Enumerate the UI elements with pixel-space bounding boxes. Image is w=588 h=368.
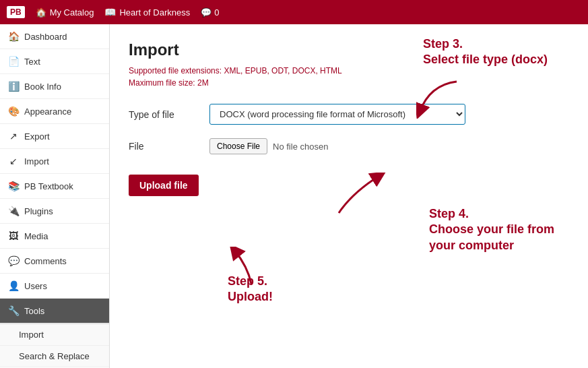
sidebar-label-text: Text	[24, 57, 40, 67]
submenu-item-import[interactable]: Import	[0, 324, 109, 346]
file-type-label: Type of file	[129, 109, 209, 120]
pb-logo[interactable]: PB	[7, 6, 25, 18]
step3-annotation: Step 3. Select file type (docx)	[423, 36, 548, 68]
sidebar-item-appearance[interactable]: 🎨 Appearance	[0, 99, 109, 124]
users-icon: 👤	[8, 280, 19, 291]
file-label: File	[129, 141, 209, 152]
main-content: Import Supported file extensions: XML, E…	[110, 24, 588, 368]
comment-count-link[interactable]: 💬 0	[201, 7, 219, 18]
book-icon: 📖	[104, 7, 116, 18]
upload-file-button[interactable]: Upload file	[129, 175, 199, 196]
sidebar-label-tools: Tools	[24, 306, 44, 316]
sidebar-item-dashboard[interactable]: 🏠 Dashboard	[0, 24, 109, 49]
sidebar-label-import: Import	[24, 156, 49, 166]
book-link[interactable]: 📖 Heart of Darkness	[104, 7, 190, 18]
submenu-item-search-replace[interactable]: Search & Replace	[0, 346, 109, 367]
comments-icon: 💬	[8, 255, 19, 266]
sidebar-item-users[interactable]: 👤 Users	[0, 274, 109, 299]
sidebar-label-plugins: Plugins	[24, 206, 53, 216]
step4-arrow	[332, 173, 386, 222]
sidebar-item-tools[interactable]: 🔧 Tools	[0, 299, 109, 324]
max-file-size: Maximum file size: 2M	[129, 78, 569, 88]
import-icon: ↙	[8, 156, 19, 166]
submenu-search-replace-label: Search & Replace	[19, 351, 90, 361]
file-row: File Choose File No file chosen	[129, 138, 569, 154]
step3-arrow	[416, 78, 463, 121]
sidebar-label-appearance: Appearance	[24, 106, 71, 117]
no-file-text: No file chosen	[273, 142, 328, 152]
export-icon: ↗	[8, 131, 19, 142]
sidebar-item-plugins[interactable]: 🔌 Plugins	[0, 199, 109, 224]
sidebar-item-book-info[interactable]: ℹ️ Book Info	[0, 74, 109, 99]
sidebar-item-text[interactable]: 📄 Text	[0, 49, 109, 74]
sidebar-label-comments: Comments	[24, 256, 67, 266]
my-catalog-link[interactable]: 🏠 My Catalog	[36, 7, 94, 18]
media-icon: 🖼	[8, 231, 19, 241]
dashboard-icon: 🏠	[8, 31, 19, 42]
book-title: Heart of Darkness	[119, 7, 190, 18]
appearance-icon: 🎨	[8, 106, 19, 117]
main-layout: 🏠 Dashboard 📄 Text ℹ️ Book Info 🎨 Appear…	[0, 24, 588, 368]
sidebar-item-media[interactable]: 🖼 Media	[0, 224, 109, 249]
sidebar: 🏠 Dashboard 📄 Text ℹ️ Book Info 🎨 Appear…	[0, 24, 110, 368]
tools-icon: 🔧	[8, 305, 19, 316]
sidebar-label-dashboard: Dashboard	[24, 32, 67, 42]
sidebar-item-export[interactable]: ↗ Export	[0, 124, 109, 149]
info-icon: ℹ️	[8, 81, 19, 92]
step5-annotation: Step 5. Upload!	[228, 274, 273, 305]
comment-icon: 💬	[201, 7, 211, 18]
submenu-import-label: Import	[19, 330, 44, 340]
top-bar: PB 🏠 My Catalog 📖 Heart of Darkness 💬 0	[0, 0, 588, 24]
catalog-icon: 🏠	[36, 7, 46, 18]
sidebar-label-book-info: Book Info	[24, 82, 61, 92]
pb-textbook-icon: 📚	[8, 181, 19, 191]
tools-submenu: Import Search & Replace	[0, 324, 109, 367]
choose-file-button[interactable]: Choose File	[209, 138, 267, 154]
catalog-label: My Catalog	[50, 7, 94, 18]
comment-count: 0	[214, 7, 219, 18]
file-chooser: Choose File No file chosen	[209, 138, 328, 154]
sidebar-item-import[interactable]: ↙ Import	[0, 149, 109, 174]
step4-annotation: Step 4. Choose your file from your compu…	[429, 206, 554, 253]
sidebar-label-media: Media	[24, 231, 48, 241]
sidebar-label-users: Users	[24, 281, 47, 291]
file-type-row: Type of file DOCX (word processing file …	[129, 104, 569, 125]
text-icon: 📄	[8, 56, 19, 67]
sidebar-item-pb-textbook[interactable]: 📚 PB Textbook	[0, 174, 109, 199]
sidebar-label-export: Export	[24, 131, 50, 142]
sidebar-label-pb-textbook: PB Textbook	[24, 181, 73, 191]
plugins-icon: 🔌	[8, 206, 19, 216]
sidebar-item-comments[interactable]: 💬 Comments	[0, 249, 109, 274]
